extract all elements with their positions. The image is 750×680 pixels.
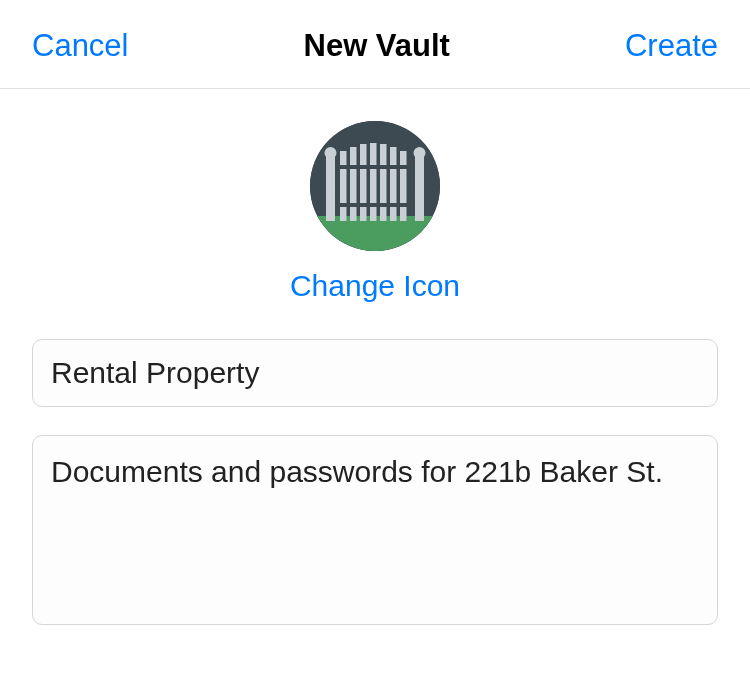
svg-rect-9 bbox=[370, 143, 377, 221]
new-vault-modal: Cancel New Vault Create bbox=[0, 0, 750, 680]
vault-description-textarea[interactable] bbox=[32, 435, 718, 625]
svg-rect-11 bbox=[390, 147, 397, 221]
svg-rect-12 bbox=[400, 151, 407, 221]
svg-rect-6 bbox=[340, 151, 347, 221]
svg-point-3 bbox=[325, 147, 337, 159]
svg-rect-4 bbox=[415, 155, 424, 221]
svg-point-18 bbox=[408, 191, 412, 195]
svg-rect-1 bbox=[310, 216, 440, 251]
svg-rect-14 bbox=[335, 203, 415, 207]
vault-name-input[interactable] bbox=[32, 339, 718, 407]
vault-icon-preview[interactable] bbox=[310, 121, 440, 251]
modal-title: New Vault bbox=[304, 28, 450, 64]
gate-icon bbox=[310, 237, 440, 251]
svg-point-17 bbox=[408, 177, 412, 181]
svg-rect-8 bbox=[360, 144, 367, 221]
svg-point-5 bbox=[414, 147, 426, 159]
modal-header: Cancel New Vault Create bbox=[0, 0, 750, 89]
svg-point-16 bbox=[335, 191, 339, 195]
svg-rect-7 bbox=[350, 147, 357, 221]
svg-rect-13 bbox=[335, 165, 415, 169]
svg-point-15 bbox=[335, 177, 339, 181]
svg-rect-2 bbox=[326, 155, 335, 221]
modal-content: Change Icon bbox=[0, 89, 750, 680]
svg-rect-10 bbox=[380, 144, 387, 221]
cancel-button[interactable]: Cancel bbox=[32, 28, 129, 64]
change-icon-button[interactable]: Change Icon bbox=[290, 269, 460, 303]
create-button[interactable]: Create bbox=[625, 28, 718, 64]
